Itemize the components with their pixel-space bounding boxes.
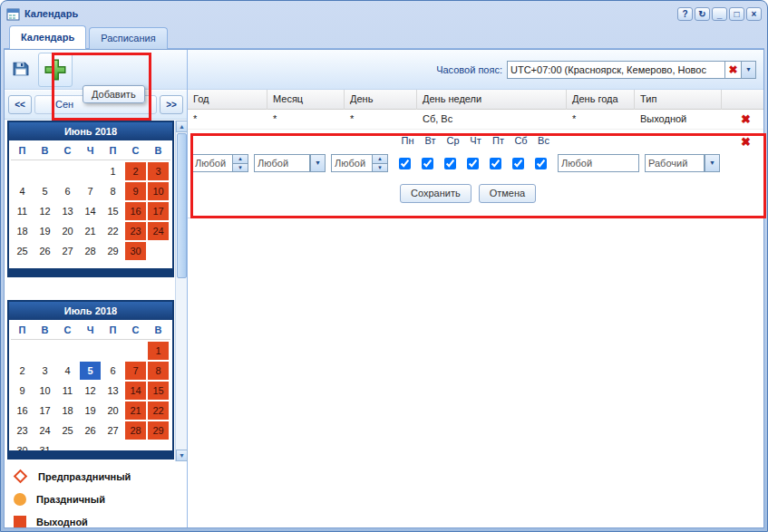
calendar-day[interactable]: 3 (34, 361, 56, 381)
calendar-day[interactable]: 8 (102, 181, 124, 201)
calendar-day[interactable]: 6 (102, 361, 124, 381)
weekday-checkbox-Пн[interactable] (399, 158, 411, 169)
calendar-day[interactable]: 27 (56, 241, 79, 261)
calendar-day[interactable]: 20 (102, 401, 124, 421)
weekday-checkbox-Вт[interactable] (422, 158, 433, 169)
calendar-day[interactable]: 4 (11, 181, 34, 201)
calendar-day[interactable]: 17 (34, 401, 56, 421)
calendar-day[interactable]: 29 (102, 241, 124, 261)
weekday-checkbox-Ср[interactable] (444, 158, 456, 169)
calendar-day[interactable]: 15 (147, 381, 170, 401)
calendar-day[interactable]: 4 (56, 361, 79, 381)
calendar-day[interactable]: 7 (124, 361, 147, 381)
column-header-weekday[interactable]: День недели (417, 90, 567, 110)
calendar-day[interactable]: 25 (11, 241, 34, 261)
calendar-day[interactable]: 10 (34, 381, 56, 401)
calendar-day[interactable]: 23 (11, 421, 34, 440)
type-combo-input[interactable] (645, 154, 705, 172)
calendar-day[interactable]: 23 (124, 221, 147, 241)
timezone-clear-icon[interactable]: ✖ (724, 61, 741, 79)
timezone-dropdown-icon[interactable]: ▼ (741, 61, 756, 79)
titlebar[interactable]: Календарь ?↻_□× (4, 4, 764, 24)
calendar-day[interactable]: 13 (56, 201, 79, 221)
calendar-day[interactable]: 3 (147, 161, 170, 181)
calendar-day[interactable]: 14 (124, 381, 147, 401)
nav-prev-button[interactable]: << (8, 95, 32, 114)
calendar-day[interactable]: 19 (79, 401, 102, 421)
calendar-day[interactable]: 15 (102, 201, 124, 221)
calendar-day[interactable]: 7 (79, 181, 102, 201)
calendar-day[interactable]: 18 (56, 401, 79, 421)
calendar-day[interactable]: 30 (124, 241, 147, 261)
calendar-day[interactable]: 13 (102, 381, 124, 401)
calendar-day[interactable]: 24 (34, 421, 56, 440)
column-header-year[interactable]: Год (188, 90, 267, 110)
close-button[interactable]: × (746, 7, 762, 21)
calendar-day[interactable]: 6 (56, 181, 79, 201)
calendar-day[interactable]: 18 (11, 221, 34, 241)
calendar-day[interactable]: 22 (102, 221, 124, 241)
yearday-input[interactable] (558, 154, 639, 172)
calendar-day[interactable]: 14 (79, 201, 102, 221)
year-spin-up-icon[interactable]: ▲ (233, 154, 248, 164)
save-button[interactable] (8, 56, 34, 82)
grid-row[interactable]: ***Сб, Вс*Выходной✖ (188, 110, 763, 130)
scroll-up-icon[interactable]: ▲ (176, 121, 188, 132)
calendar-day[interactable]: 20 (56, 221, 79, 241)
weekday-checkbox-Пт[interactable] (490, 158, 501, 169)
column-header-month[interactable]: Месяц (267, 90, 345, 110)
year-spin-down-icon[interactable]: ▼ (233, 164, 248, 173)
day-spinner-input[interactable] (331, 154, 373, 172)
calendar-day[interactable]: 16 (11, 401, 34, 421)
weekday-checkbox-Сб[interactable] (512, 158, 524, 169)
nav-next-button[interactable]: >> (160, 95, 183, 114)
calendar-day[interactable]: 21 (79, 221, 102, 241)
maximize-button[interactable]: □ (729, 7, 744, 21)
calendar-day[interactable]: 5 (79, 361, 102, 381)
scrollbar-thumb[interactable] (177, 133, 187, 278)
column-header-type[interactable]: Тип (635, 90, 722, 110)
type-dropdown-icon[interactable]: ▼ (705, 154, 720, 172)
calendar-day[interactable]: 28 (79, 241, 102, 261)
calendar-day[interactable]: 9 (124, 181, 147, 201)
month-combo-input[interactable] (254, 154, 310, 172)
calendar-day[interactable]: 8 (147, 361, 170, 381)
weekday-checkbox-Вс[interactable] (535, 158, 547, 169)
calendar-day[interactable]: 24 (147, 221, 170, 241)
calendar-day[interactable]: 1 (147, 341, 170, 361)
calendar-day[interactable]: 19 (34, 221, 56, 241)
save-rule-button[interactable]: Сохранить (400, 184, 471, 203)
tab-schedules[interactable]: Расписания (89, 27, 167, 49)
calendar-day[interactable]: 9 (11, 381, 34, 401)
calendar-day[interactable]: 17 (147, 201, 170, 221)
calendar-day[interactable]: 28 (124, 421, 147, 440)
calendar-day[interactable]: 31 (34, 440, 56, 459)
day-spin-down-icon[interactable]: ▼ (373, 164, 388, 173)
calendar-day[interactable]: 5 (34, 181, 56, 201)
calendar-day[interactable]: 1 (102, 161, 124, 181)
vertical-scrollbar[interactable]: ▲ ▼ (175, 121, 187, 461)
calendar-day[interactable]: 11 (56, 381, 79, 401)
delete-row-icon[interactable]: ✖ (741, 112, 751, 127)
scroll-down-icon[interactable]: ▼ (176, 450, 188, 461)
year-spinner-input[interactable] (191, 154, 233, 172)
calendar-day[interactable]: 16 (124, 201, 147, 221)
calendar-day[interactable]: 27 (102, 421, 124, 440)
tab-calendar[interactable]: Календарь (9, 25, 86, 49)
calendar-day[interactable]: 30 (11, 440, 34, 459)
calendar-day[interactable]: 22 (147, 401, 170, 421)
weekday-checkbox-Чт[interactable] (467, 158, 479, 169)
help-button[interactable]: ? (677, 7, 693, 21)
add-button[interactable] (38, 53, 73, 87)
calendar-day[interactable]: 2 (124, 161, 147, 181)
refresh-button[interactable]: ↻ (695, 7, 710, 21)
calendar-day[interactable]: 29 (147, 421, 170, 440)
calendar-day[interactable]: 26 (34, 241, 56, 261)
minimize-button[interactable]: _ (712, 7, 727, 21)
column-header-yearday[interactable]: День года (567, 90, 635, 110)
calendar-day[interactable]: 12 (79, 381, 102, 401)
calendar-day[interactable]: 10 (147, 181, 170, 201)
calendar-day[interactable]: 26 (79, 421, 102, 440)
month-dropdown-icon[interactable]: ▼ (310, 154, 326, 172)
calendar-day[interactable]: 12 (34, 201, 56, 221)
